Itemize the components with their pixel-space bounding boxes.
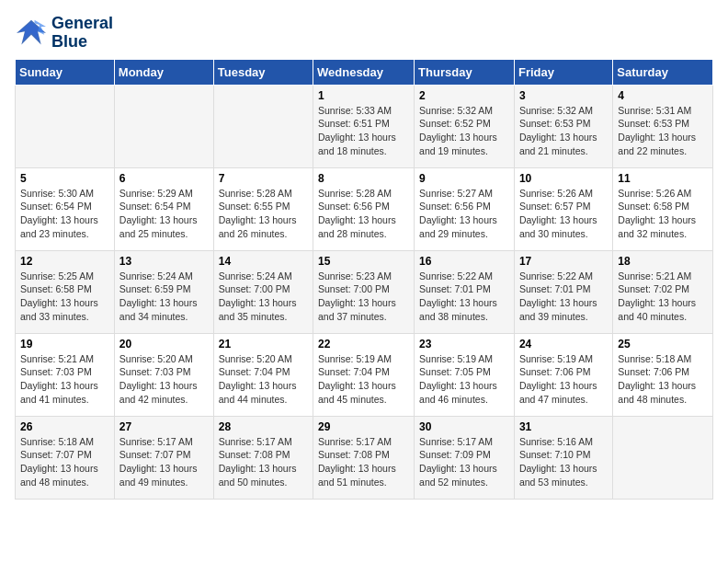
day-number: 28 xyxy=(219,420,308,433)
week-row-2: 5Sunrise: 5:30 AMSunset: 6:54 PMDaylight… xyxy=(16,167,713,250)
day-number: 4 xyxy=(618,89,708,102)
calendar-table: SundayMondayTuesdayWednesdayThursdayFrid… xyxy=(15,59,713,500)
day-number: 26 xyxy=(20,420,109,433)
day-info: Sunrise: 5:24 AMSunset: 7:00 PMDaylight:… xyxy=(219,270,308,324)
header-friday: Friday xyxy=(514,59,612,85)
day-info: Sunrise: 5:20 AMSunset: 7:03 PMDaylight:… xyxy=(119,352,209,407)
day-info: Sunrise: 5:20 AMSunset: 7:04 PMDaylight:… xyxy=(219,352,308,407)
calendar-cell: 17Sunrise: 5:22 AMSunset: 7:01 PMDayligh… xyxy=(514,250,612,333)
calendar-cell: 28Sunrise: 5:17 AMSunset: 7:08 PMDayligh… xyxy=(213,416,313,499)
week-row-5: 26Sunrise: 5:18 AMSunset: 7:07 PMDayligh… xyxy=(16,416,713,499)
calendar-cell: 7Sunrise: 5:28 AMSunset: 6:55 PMDaylight… xyxy=(213,167,313,250)
calendar-cell: 3Sunrise: 5:32 AMSunset: 6:53 PMDaylight… xyxy=(514,85,612,167)
header-wednesday: Wednesday xyxy=(313,59,415,85)
calendar-cell: 2Sunrise: 5:32 AMSunset: 6:52 PMDaylight… xyxy=(415,85,515,167)
day-info: Sunrise: 5:30 AMSunset: 6:54 PMDaylight:… xyxy=(20,187,109,241)
header-sunday: Sunday xyxy=(16,59,115,85)
calendar-cell xyxy=(16,85,115,167)
day-number: 20 xyxy=(119,338,209,350)
calendar-cell xyxy=(213,85,313,167)
day-number: 21 xyxy=(219,338,308,350)
day-info: Sunrise: 5:19 AMSunset: 7:04 PMDaylight:… xyxy=(318,352,409,407)
calendar-cell: 18Sunrise: 5:21 AMSunset: 7:02 PMDayligh… xyxy=(613,250,713,333)
day-number: 13 xyxy=(119,255,209,268)
day-number: 3 xyxy=(519,89,608,102)
header-thursday: Thursday xyxy=(415,59,515,85)
day-info: Sunrise: 5:26 AMSunset: 6:58 PMDaylight:… xyxy=(618,187,708,241)
header-saturday: Saturday xyxy=(613,59,713,85)
day-info: Sunrise: 5:19 AMSunset: 7:05 PMDaylight:… xyxy=(419,352,509,407)
calendar-cell xyxy=(114,85,213,167)
day-number: 24 xyxy=(519,338,608,350)
day-info: Sunrise: 5:29 AMSunset: 6:54 PMDaylight:… xyxy=(119,187,209,241)
day-info: Sunrise: 5:21 AMSunset: 7:03 PMDaylight:… xyxy=(20,352,109,407)
calendar-cell: 9Sunrise: 5:27 AMSunset: 6:56 PMDaylight… xyxy=(415,167,515,250)
week-row-3: 12Sunrise: 5:25 AMSunset: 6:58 PMDayligh… xyxy=(16,250,713,333)
day-number: 10 xyxy=(519,172,608,185)
day-info: Sunrise: 5:17 AMSunset: 7:09 PMDaylight:… xyxy=(419,435,509,489)
day-info: Sunrise: 5:17 AMSunset: 7:08 PMDaylight:… xyxy=(318,435,409,489)
day-info: Sunrise: 5:31 AMSunset: 6:53 PMDaylight:… xyxy=(618,104,708,158)
logo-icon xyxy=(15,18,48,48)
calendar-cell: 14Sunrise: 5:24 AMSunset: 7:00 PMDayligh… xyxy=(213,250,313,333)
day-info: Sunrise: 5:24 AMSunset: 6:59 PMDaylight:… xyxy=(119,270,209,324)
calendar-cell: 8Sunrise: 5:28 AMSunset: 6:56 PMDaylight… xyxy=(313,167,415,250)
week-row-4: 19Sunrise: 5:21 AMSunset: 7:03 PMDayligh… xyxy=(16,333,713,416)
day-info: Sunrise: 5:17 AMSunset: 7:07 PMDaylight:… xyxy=(119,435,209,489)
day-info: Sunrise: 5:19 AMSunset: 7:06 PMDaylight:… xyxy=(519,352,608,407)
calendar-cell: 6Sunrise: 5:29 AMSunset: 6:54 PMDaylight… xyxy=(114,167,213,250)
day-info: Sunrise: 5:18 AMSunset: 7:07 PMDaylight:… xyxy=(20,435,109,489)
day-number: 18 xyxy=(618,255,708,268)
day-info: Sunrise: 5:28 AMSunset: 6:55 PMDaylight:… xyxy=(219,187,308,241)
day-info: Sunrise: 5:21 AMSunset: 7:02 PMDaylight:… xyxy=(618,270,708,324)
day-number: 5 xyxy=(20,172,109,185)
day-number: 15 xyxy=(318,255,409,268)
day-number: 30 xyxy=(419,420,509,433)
calendar-cell: 15Sunrise: 5:23 AMSunset: 7:00 PMDayligh… xyxy=(313,250,415,333)
calendar-cell: 21Sunrise: 5:20 AMSunset: 7:04 PMDayligh… xyxy=(213,333,313,416)
header-monday: Monday xyxy=(114,59,213,85)
calendar-cell: 30Sunrise: 5:17 AMSunset: 7:09 PMDayligh… xyxy=(415,416,515,499)
logo: General Blue xyxy=(15,15,113,52)
calendar-cell: 19Sunrise: 5:21 AMSunset: 7:03 PMDayligh… xyxy=(16,333,115,416)
day-info: Sunrise: 5:27 AMSunset: 6:56 PMDaylight:… xyxy=(419,187,509,241)
weekday-header-row: SundayMondayTuesdayWednesdayThursdayFrid… xyxy=(16,59,713,85)
day-number: 14 xyxy=(219,255,308,268)
day-number: 1 xyxy=(318,89,409,102)
calendar-cell: 26Sunrise: 5:18 AMSunset: 7:07 PMDayligh… xyxy=(16,416,115,499)
calendar-cell: 11Sunrise: 5:26 AMSunset: 6:58 PMDayligh… xyxy=(613,167,713,250)
day-number: 22 xyxy=(318,338,409,350)
day-info: Sunrise: 5:17 AMSunset: 7:08 PMDaylight:… xyxy=(219,435,308,489)
day-info: Sunrise: 5:26 AMSunset: 6:57 PMDaylight:… xyxy=(519,187,608,241)
calendar-cell: 20Sunrise: 5:20 AMSunset: 7:03 PMDayligh… xyxy=(114,333,213,416)
calendar-cell: 13Sunrise: 5:24 AMSunset: 6:59 PMDayligh… xyxy=(114,250,213,333)
day-info: Sunrise: 5:32 AMSunset: 6:52 PMDaylight:… xyxy=(419,104,509,158)
day-number: 8 xyxy=(318,172,409,185)
calendar-cell: 5Sunrise: 5:30 AMSunset: 6:54 PMDaylight… xyxy=(16,167,115,250)
day-number: 16 xyxy=(419,255,509,268)
calendar-cell: 25Sunrise: 5:18 AMSunset: 7:06 PMDayligh… xyxy=(613,333,713,416)
day-number: 31 xyxy=(519,420,608,433)
day-number: 9 xyxy=(419,172,509,185)
day-info: Sunrise: 5:22 AMSunset: 7:01 PMDaylight:… xyxy=(519,270,608,324)
calendar-cell: 10Sunrise: 5:26 AMSunset: 6:57 PMDayligh… xyxy=(514,167,612,250)
calendar-cell: 1Sunrise: 5:33 AMSunset: 6:51 PMDaylight… xyxy=(313,85,415,167)
calendar-cell: 16Sunrise: 5:22 AMSunset: 7:01 PMDayligh… xyxy=(415,250,515,333)
day-number: 6 xyxy=(119,172,209,185)
calendar-cell: 23Sunrise: 5:19 AMSunset: 7:05 PMDayligh… xyxy=(415,333,515,416)
calendar-cell xyxy=(613,416,713,499)
day-info: Sunrise: 5:23 AMSunset: 7:00 PMDaylight:… xyxy=(318,270,409,324)
calendar-cell: 4Sunrise: 5:31 AMSunset: 6:53 PMDaylight… xyxy=(613,85,713,167)
day-number: 2 xyxy=(419,89,509,102)
calendar-cell: 27Sunrise: 5:17 AMSunset: 7:07 PMDayligh… xyxy=(114,416,213,499)
day-number: 11 xyxy=(618,172,708,185)
day-info: Sunrise: 5:32 AMSunset: 6:53 PMDaylight:… xyxy=(519,104,608,158)
calendar-cell: 29Sunrise: 5:17 AMSunset: 7:08 PMDayligh… xyxy=(313,416,415,499)
day-number: 23 xyxy=(419,338,509,350)
day-number: 17 xyxy=(519,255,608,268)
day-number: 19 xyxy=(20,338,109,350)
day-info: Sunrise: 5:18 AMSunset: 7:06 PMDaylight:… xyxy=(618,352,708,407)
calendar-cell: 22Sunrise: 5:19 AMSunset: 7:04 PMDayligh… xyxy=(313,333,415,416)
day-info: Sunrise: 5:16 AMSunset: 7:10 PMDaylight:… xyxy=(519,435,608,489)
day-info: Sunrise: 5:33 AMSunset: 6:51 PMDaylight:… xyxy=(318,104,409,158)
